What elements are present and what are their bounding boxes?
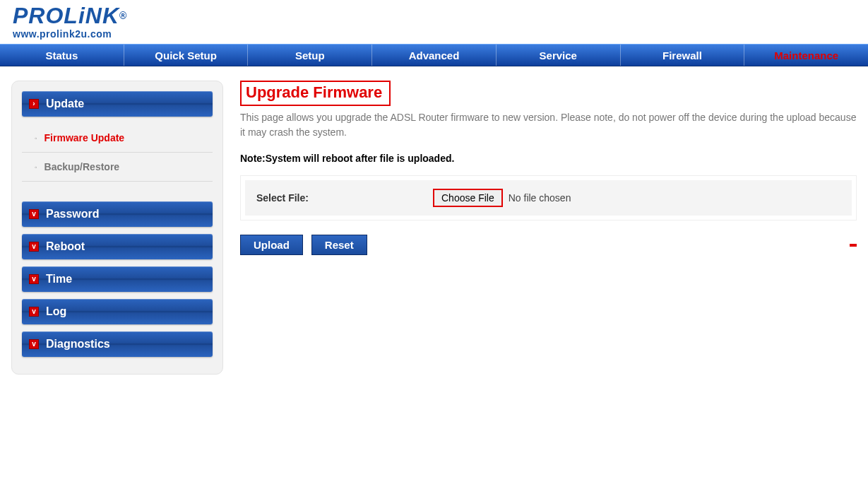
sidebar-item-label: Diagnostics [46, 338, 110, 351]
sidebar-item-label: Log [46, 305, 66, 318]
brand-registered: ® [119, 10, 126, 21]
nav-firewall[interactable]: Firewall [621, 45, 745, 66]
sidebar-item-password[interactable]: v Password [22, 201, 213, 227]
page-description: This page allows you upgrade the ADSL Ro… [240, 110, 857, 140]
sidebar-item-label: Time [46, 273, 72, 286]
sidebar-item-label: Update [46, 98, 84, 110]
marker-icon [850, 244, 857, 247]
sidebar-item-time[interactable]: v Time [22, 266, 213, 292]
expand-down-icon: v [29, 339, 39, 349]
nav-status[interactable]: Status [0, 45, 124, 66]
file-panel: Select File: Choose File No file chosen [240, 175, 857, 220]
sidebar-item-diagnostics[interactable]: v Diagnostics [22, 331, 213, 357]
file-status: No file chosen [509, 192, 571, 204]
reset-button[interactable]: Reset [311, 235, 367, 255]
sidebar-sub-firmware-update[interactable]: ◦ Firmware Update [22, 124, 213, 153]
sidebar-sub-label: Firmware Update [44, 132, 125, 143]
sidebar-sub-backup-restore[interactable]: ◦ Backup/Restore [22, 153, 213, 182]
file-row: Select File: Choose File No file chosen [245, 180, 852, 216]
brand-logo: PROLiNK® [13, 4, 855, 27]
button-row: Upload Reset [240, 235, 857, 255]
expand-down-icon: v [29, 209, 39, 219]
expand-down-icon: v [29, 307, 39, 317]
nav-maintenance[interactable]: Maintenance [744, 45, 868, 66]
nav-setup[interactable]: Setup [248, 45, 372, 66]
bullet-icon: ◦ [35, 163, 37, 171]
header: PROLiNK® www.prolink2u.com [0, 0, 868, 44]
expand-down-icon: v [29, 242, 39, 252]
nav-advanced[interactable]: Advanced [372, 45, 497, 66]
nav-quick-setup[interactable]: Quick Setup [124, 45, 249, 66]
brand-name: PROLiNK [13, 3, 119, 28]
choose-file-button[interactable]: Choose File [433, 189, 503, 207]
file-label: Select File: [256, 192, 419, 204]
main-content: Upgrade Firmware This page allows you up… [240, 81, 857, 255]
expand-down-icon: v [29, 274, 39, 284]
upload-button[interactable]: Upload [240, 235, 303, 255]
expand-right-icon: › [29, 99, 39, 109]
bullet-icon: ◦ [35, 134, 37, 142]
sidebar-item-update[interactable]: › Update [22, 91, 213, 117]
brand-url: www.prolink2u.com [13, 28, 855, 40]
sidebar-item-log[interactable]: v Log [22, 299, 213, 324]
top-nav: Status Quick Setup Setup Advanced Servic… [0, 44, 868, 66]
sidebar: › Update ◦ Firmware Update ◦ Backup/Rest… [11, 81, 223, 375]
page-title: Upgrade Firmware [240, 81, 391, 106]
nav-service[interactable]: Service [497, 45, 621, 66]
page-note: Note:System will reboot after file is up… [240, 153, 857, 164]
sidebar-item-label: Password [46, 208, 100, 220]
sidebar-sub-label: Backup/Restore [44, 161, 120, 172]
sidebar-item-reboot[interactable]: v Reboot [22, 234, 213, 259]
sidebar-item-label: Reboot [46, 240, 85, 253]
file-picker: Choose File No file chosen [433, 189, 571, 207]
